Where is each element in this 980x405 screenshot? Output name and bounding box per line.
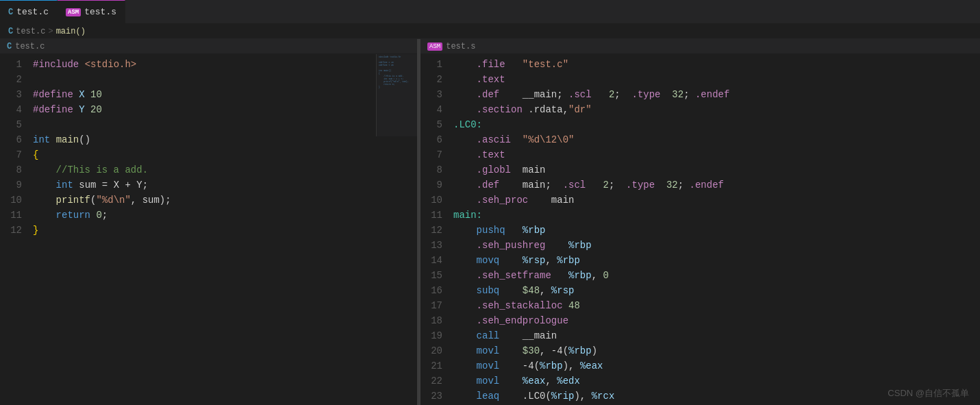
breadcrumb-func: main() — [56, 27, 86, 36]
asm-code-area[interactable]: 12345 678910 1112131415 1617181920 21222… — [420, 54, 980, 405]
breadcrumb-sep: > — [48, 27, 53, 36]
c-editor-pane: C test.c 12345 678910 1112 #include <std… — [0, 39, 418, 405]
minimap: #include <stdio.h> #define X 10 #define … — [376, 54, 417, 136]
c-file-icon: C — [8, 8, 13, 17]
watermark: CSDN @自信不孤单 — [888, 387, 969, 400]
breadcrumb-c-icon: C — [8, 27, 13, 36]
c-header-filename: test.c — [15, 42, 45, 51]
tab-asm-label: test.s — [84, 7, 116, 17]
breadcrumb: C test.c > main() — [0, 24, 980, 39]
asm-line-numbers: 12345 678910 1112131415 1617181920 21222… — [420, 54, 448, 405]
asm-file-icon: ASM — [66, 8, 81, 16]
c-pane-header: C test.c — [0, 39, 417, 54]
c-code-content[interactable]: #include <stdio.h> #define X 10 #define … — [27, 54, 417, 405]
tab-test-s[interactable]: ASM test.s — [58, 0, 125, 24]
tab-test-c[interactable]: C test.c — [0, 0, 58, 24]
breadcrumb-file: test.c — [16, 27, 45, 36]
c-line-numbers: 12345 678910 1112 — [0, 54, 27, 405]
editors-container: C test.c 12345 678910 1112 #include <std… — [0, 39, 980, 405]
asm-editor-pane: ASM test.s 12345 678910 1112131415 16171… — [420, 39, 980, 405]
tab-bar: C test.c ASM test.s — [0, 0, 980, 24]
tab-c-label: test.c — [16, 7, 49, 17]
asm-pane-header: ASM test.s — [420, 39, 980, 54]
asm-header-filename: test.s — [446, 42, 475, 51]
c-header-icon: C — [7, 42, 12, 51]
c-code-area[interactable]: 12345 678910 1112 #include <stdio.h> #de… — [0, 54, 417, 405]
minimap-content: #include <stdio.h> #define X 10 #define … — [377, 54, 417, 91]
asm-code-content[interactable]: .file "test.c" .text .def __main; .scl 2… — [448, 54, 980, 405]
asm-header-icon: ASM — [427, 42, 442, 51]
